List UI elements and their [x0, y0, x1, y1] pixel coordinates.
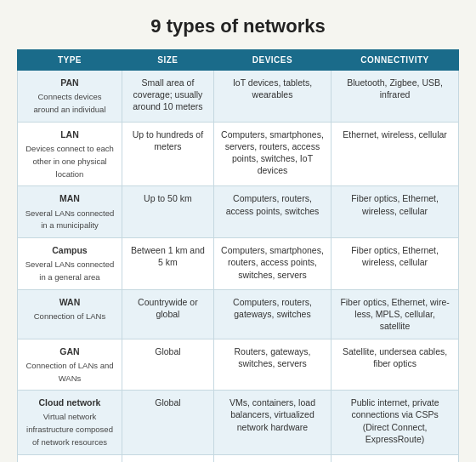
type-desc: Connection of LANs and WANs	[26, 361, 114, 383]
cell-devices: VMs, containers, load balancers, virtual…	[213, 391, 331, 455]
type-desc: Several LANs connected in a municipality	[26, 208, 115, 231]
cell-connectivity: Public internet, private connections via…	[332, 391, 459, 455]
cell-size: Between 1 km and 5 km	[122, 238, 213, 290]
cell-size: Countrywide or global	[122, 290, 213, 339]
type-name: Campus	[25, 244, 115, 256]
cell-connectivity: Bluetooth, Zigbee, USB, infrared	[332, 71, 459, 123]
table-row: CDNConnection of servers linked around t…	[18, 454, 459, 462]
type-desc: Virtual network infrastructure composed …	[26, 412, 113, 447]
type-desc: Connection of LANs	[34, 311, 106, 321]
cell-devices: Routers, gateways, switches, servers	[213, 339, 331, 391]
type-name: MAN	[25, 192, 115, 204]
cell-size: Global	[122, 391, 213, 455]
cell-type: LANDevices connect to each other in one …	[18, 122, 122, 186]
table-row: PANConnects devices around an individual…	[18, 71, 459, 123]
type-name: WAN	[25, 296, 115, 308]
cell-connectivity: Fiber optics, Ethernet, wireless, cellul…	[332, 186, 459, 238]
cell-connectivity: Public internet, private backbone networ…	[332, 454, 459, 462]
type-name: Cloud network	[25, 396, 115, 408]
type-desc: Connects devices around an individual	[33, 92, 105, 114]
cell-connectivity: Satellite, undersea cables, fiber optics	[332, 339, 459, 391]
cell-devices: Computers, routers, gateways, switches	[213, 290, 331, 339]
col-devices: Devices	[213, 50, 331, 71]
cell-devices: Proxy servers, edge servers, origin serv…	[213, 454, 331, 462]
type-name: LAN	[25, 128, 115, 140]
cell-type: CampusSeveral LANs connected in a genera…	[18, 238, 122, 290]
cell-connectivity: Ethernet, wireless, cellular	[332, 122, 459, 186]
cell-devices: Computers, routers, access points, switc…	[213, 186, 331, 238]
type-desc: Several LANs connected in a general area	[26, 260, 115, 282]
cell-type: WANConnection of LANs	[18, 290, 122, 339]
type-name: GAN	[25, 345, 115, 357]
cell-size: Up to hundreds of meters	[122, 122, 213, 186]
cell-connectivity: Fiber optics, Ethernet, wireless, cellul…	[332, 238, 459, 290]
cell-size: Small area of coverage; usually around 1…	[122, 71, 213, 123]
cell-type: Cloud networkVirtual network infrastruct…	[18, 391, 122, 455]
cell-connectivity: Fiber optics, Ethernet, wire-less, MPLS,…	[332, 290, 459, 339]
table-row: GANConnection of LANs and WANsGlobalRout…	[18, 339, 459, 391]
table-row: LANDevices connect to each other in one …	[18, 122, 459, 186]
col-size: Size	[122, 50, 213, 71]
col-connectivity: Connectivity	[332, 50, 459, 71]
type-desc: Devices connect to each other in one phy…	[26, 144, 114, 179]
cell-size: Global	[122, 339, 213, 391]
type-name: PAN	[25, 77, 115, 88]
cell-type: PANConnects devices around an individual	[18, 71, 122, 123]
cell-devices: IoT devices, tablets, wearables	[213, 71, 331, 123]
table-row: MANSeveral LANs connected in a municipal…	[18, 186, 459, 238]
page-title: 9 types of networks	[150, 15, 325, 37]
table-row: WANConnection of LANsCountrywide or glob…	[18, 290, 459, 339]
networks-table: Type Size Devices Connectivity PANConnec…	[17, 49, 459, 462]
cell-type: MANSeveral LANs connected in a municipal…	[18, 186, 122, 238]
cell-devices: Computers, smartphones, routers, access …	[213, 238, 331, 290]
cell-size: Up to 50 km	[122, 186, 213, 238]
cell-size: Global	[122, 454, 213, 462]
cell-type: GANConnection of LANs and WANs	[18, 339, 122, 391]
cell-devices: Computers, smartphones, servers, routers…	[213, 122, 331, 186]
table-row: CampusSeveral LANs connected in a genera…	[18, 238, 459, 290]
table-row: Cloud networkVirtual network infrastruct…	[18, 391, 459, 455]
cell-type: CDNConnection of servers linked around t…	[18, 454, 122, 462]
col-type: Type	[18, 50, 122, 71]
